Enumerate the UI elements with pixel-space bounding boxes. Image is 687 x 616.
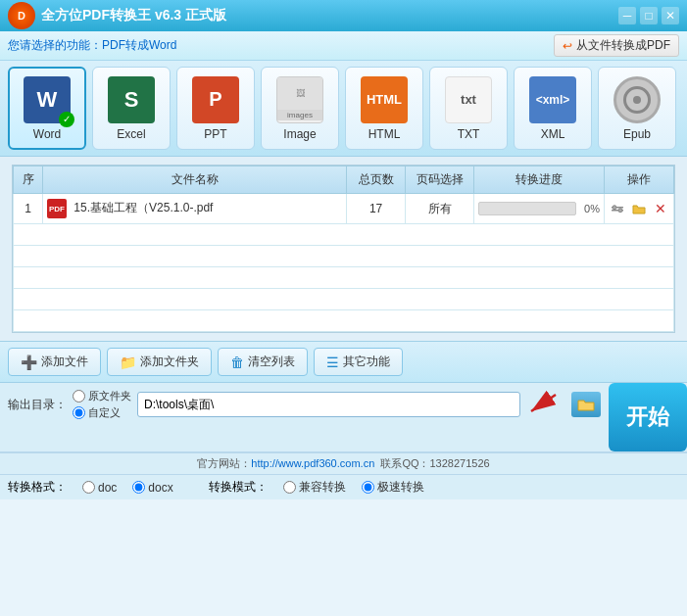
radio-custom[interactable]: 自定义 [73, 405, 131, 420]
empty-row [14, 289, 674, 310]
output-label: 输出目录： [8, 397, 67, 413]
toolbar-row: 您请选择的功能：PDF转成Word ↩ 从文件转换成PDF [0, 31, 687, 61]
start-button[interactable]: 开始 [609, 383, 687, 451]
row-progress: 0% [474, 194, 605, 224]
txt-icon: txt [445, 76, 492, 123]
col-action: 操作 [605, 166, 674, 194]
progress-text: 0% [584, 203, 600, 214]
output-start-row: 输出目录： 原文件夹 自定义 [0, 383, 687, 452]
radio-original[interactable]: 原文件夹 [73, 389, 131, 403]
qq-label: 联系QQ： [380, 457, 429, 469]
col-pages: 总页数 [347, 166, 406, 194]
maximize-button[interactable]: □ [640, 7, 658, 24]
file-table-wrapper: 序 文件名称 总页数 页码选择 转换进度 操作 1 PDF 15.基础工程（V2… [0, 157, 687, 341]
html-label: HTML [368, 127, 401, 141]
ppt-label: PPT [204, 127, 226, 141]
format-doc-option[interactable]: doc [82, 481, 117, 495]
html-button[interactable]: HTML HTML [345, 67, 423, 150]
mode-label: 转换模式： [209, 479, 268, 496]
hint-link[interactable]: PDF转成Word [102, 38, 176, 52]
toolbar-hint: 您请选择的功能：PDF转成Word [8, 37, 554, 54]
epub-label: Epub [623, 127, 651, 141]
format-docx-option[interactable]: docx [132, 481, 172, 495]
word-icon: W ✓ [24, 76, 71, 123]
col-filename: 文件名称 [43, 166, 347, 194]
mode-fast-radio[interactable] [362, 481, 374, 494]
other-func-button[interactable]: ☰ 其它功能 [314, 348, 403, 376]
radio-original-input[interactable] [73, 390, 85, 403]
output-path-input[interactable] [137, 392, 520, 417]
empty-row [14, 224, 674, 246]
icon-toolbar: W ✓ Word S Excel P PPT 🖼 images Image HT… [0, 61, 687, 157]
col-progress: 转换进度 [474, 166, 605, 194]
window-controls: ─ □ ✕ [618, 7, 679, 24]
mode-compatible-label: 兼容转换 [299, 479, 346, 496]
empty-row [14, 310, 674, 332]
table-row: 1 PDF 15.基础工程（V25.1.0-.pdf 17 所有 0% [14, 194, 674, 224]
txt-label: TXT [458, 127, 480, 141]
clear-list-button[interactable]: 🗑 清空列表 [218, 348, 308, 376]
arrow-hint-icon [526, 390, 565, 419]
qq-number: 1328271526 [430, 457, 490, 469]
empty-row [14, 246, 674, 267]
xml-icon: <xml> [529, 76, 576, 123]
format-row: 转换格式： doc docx 转换模式： 兼容转换 极速转换 [0, 474, 687, 499]
mode-fast-option[interactable]: 极速转换 [362, 479, 424, 496]
browse-folder-button[interactable] [571, 392, 601, 417]
excel-button[interactable]: S Excel [92, 67, 171, 150]
titlebar: D 全方位PDF转换王 v6.3 正式版 ─ □ ✕ [0, 0, 687, 31]
website-label: 官方网站： [197, 457, 251, 469]
word-button[interactable]: W ✓ Word [8, 67, 86, 150]
close-button[interactable]: ✕ [662, 7, 679, 24]
format-docx-radio[interactable] [132, 481, 145, 494]
col-seq: 序 [14, 166, 43, 194]
add-file-button[interactable]: ➕ 添加文件 [8, 348, 101, 376]
format-docx-label: docx [148, 481, 172, 495]
format-label: 转换格式： [8, 479, 67, 496]
row-actions: ✕ [605, 194, 674, 224]
file-table: 序 文件名称 总页数 页码选择 转换进度 操作 1 PDF 15.基础工程（V2… [13, 166, 674, 332]
output-section: 输出目录： 原文件夹 自定义 [0, 383, 609, 451]
image-button[interactable]: 🖼 images Image [261, 67, 339, 150]
progress-bar-bg [478, 202, 576, 215]
mode-compatible-radio[interactable] [283, 481, 296, 494]
col-page-select: 页码选择 [406, 166, 474, 194]
website-link[interactable]: http://www.pdf360.com.cn [251, 457, 374, 469]
row-seq: 1 [14, 194, 43, 224]
table-header-row: 序 文件名称 总页数 页码选择 转换进度 操作 [14, 166, 674, 194]
format-doc-radio[interactable] [82, 481, 95, 494]
row-filename: PDF 15.基础工程（V25.1.0-.pdf [43, 194, 347, 224]
image-label: Image [283, 127, 316, 141]
add-folder-button[interactable]: 📁 添加文件夹 [107, 348, 212, 376]
footer: 官方网站：http://www.pdf360.com.cn 联系QQ：13282… [0, 452, 687, 474]
row-page-select: 所有 [406, 194, 474, 224]
epub-button[interactable]: Epub [598, 67, 676, 150]
folder-action-icon[interactable] [630, 200, 648, 217]
excel-icon: S [108, 76, 155, 123]
list-icon: ☰ [326, 355, 339, 370]
row-pages: 17 [347, 194, 406, 224]
add-file-icon: ➕ [21, 355, 37, 370]
xml-button[interactable]: <xml> XML [514, 67, 592, 150]
empty-row [14, 267, 674, 289]
add-folder-icon: 📁 [120, 355, 136, 370]
trash-icon: 🗑 [230, 355, 244, 370]
radio-custom-input[interactable] [73, 406, 85, 419]
mode-compatible-option[interactable]: 兼容转换 [283, 479, 346, 496]
settings-action-icon[interactable] [609, 200, 626, 217]
delete-action-icon[interactable]: ✕ [652, 200, 669, 217]
check-badge: ✓ [59, 112, 74, 127]
format-doc-label: doc [98, 481, 117, 495]
output-row: 输出目录： 原文件夹 自定义 [8, 389, 601, 420]
file-table-container: 序 文件名称 总页数 页码选择 转换进度 操作 1 PDF 15.基础工程（V2… [12, 165, 675, 333]
action-icons: ✕ [609, 200, 669, 217]
minimize-button[interactable]: ─ [618, 7, 636, 24]
pdf-small-icon: PDF [47, 199, 67, 218]
app-title: 全方位PDF转换王 v6.3 正式版 [41, 7, 618, 24]
svg-point-2 [613, 206, 616, 210]
txt-button[interactable]: txt TXT [429, 67, 508, 150]
ppt-button[interactable]: P PPT [176, 67, 255, 150]
epub-icon [613, 76, 661, 123]
from-file-button[interactable]: ↩ 从文件转换成PDF [554, 34, 679, 57]
bottom-action-toolbar: ➕ 添加文件 📁 添加文件夹 🗑 清空列表 ☰ 其它功能 [0, 341, 687, 383]
